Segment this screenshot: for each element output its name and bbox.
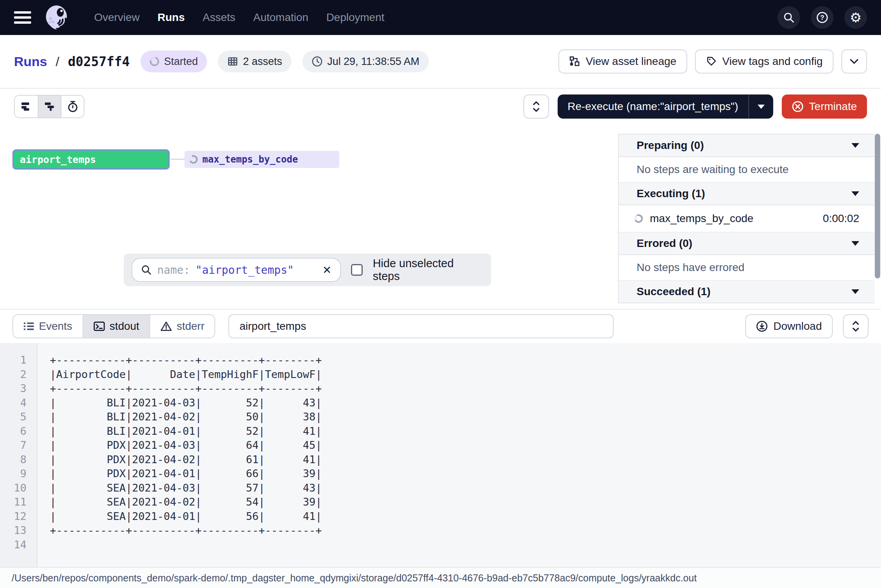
executing-step-row[interactable]: max_temps_by_code 0:00:02	[619, 205, 875, 233]
log-line: | SEA|2021-04-02| 54| 39|	[50, 495, 322, 509]
log-type-tabs: Events stdout stderr	[12, 314, 215, 338]
log-line: | SEA|2021-04-01| 56| 41|	[50, 509, 322, 524]
hide-unselected-checkbox[interactable]	[351, 264, 363, 276]
hide-unselected-label[interactable]: Hide unselected steps	[373, 257, 483, 283]
clock-icon	[312, 56, 323, 67]
succeeded-title: Succeeded (1)	[637, 285, 711, 298]
log-line-number: 7	[0, 438, 26, 453]
timestamp-label: Jul 29, 11:38:55 AM	[327, 56, 419, 68]
log-line: |AirportCode| Date|TempHighF|TempLowF|	[50, 368, 322, 382]
assets-count-label: 2 assets	[243, 56, 282, 68]
panel-section-preparing[interactable]: Preparing (0)	[619, 135, 875, 157]
executing-title: Executing (1)	[637, 187, 705, 200]
step-node-airport-temps[interactable]: airport_temps	[12, 149, 170, 170]
step-filter-input[interactable]: name: "airport_temps" ✕	[132, 258, 341, 282]
breadcrumb-separator: /	[56, 54, 59, 69]
log-line: | SEA|2021-04-03| 57| 43|	[50, 481, 322, 495]
primary-nav: Overview Runs Assets Automation Deployme…	[94, 11, 384, 24]
panel-section-succeeded[interactable]: Succeeded (1)	[619, 281, 875, 303]
view-asset-lineage-button[interactable]: View asset lineage	[558, 49, 687, 74]
log-line-number: 12	[0, 509, 26, 524]
search-icon	[141, 264, 152, 275]
nav-deployment[interactable]: Deployment	[326, 11, 384, 24]
app-root: Overview Runs Assets Automation Deployme…	[0, 0, 881, 588]
log-line-number: 2	[0, 368, 26, 382]
log-line	[50, 538, 322, 552]
view-tags-config-button[interactable]: View tags and config	[695, 49, 834, 74]
help-icon[interactable]: ?	[811, 6, 834, 29]
run-toolbar: Re-execute (name:"airport_temps") Termin…	[0, 89, 881, 124]
download-label: Download	[773, 320, 822, 332]
more-run-actions-button[interactable]	[841, 49, 867, 74]
structured-logs-icon	[23, 321, 34, 331]
log-expander-button[interactable]	[843, 314, 869, 338]
executing-spinner-icon	[633, 213, 644, 224]
reexecute-dropdown-button[interactable]	[748, 94, 773, 119]
log-line-number: 1	[0, 353, 26, 368]
timestamp-badge: Jul 29, 11:38:55 AM	[302, 51, 429, 72]
executing-step-name: max_temps_by_code	[650, 212, 753, 225]
grid-icon	[227, 56, 238, 67]
terminate-button[interactable]: Terminate	[782, 94, 867, 119]
menu-icon[interactable]	[14, 10, 33, 25]
flat-gantt-icon	[21, 101, 32, 112]
view-timing-button[interactable]	[61, 96, 84, 117]
log-line: | PDX|2021-04-02| 61| 41|	[50, 453, 322, 467]
status-label: Started	[164, 56, 198, 68]
chevron-down-icon	[850, 59, 858, 64]
nav-runs[interactable]: Runs	[158, 11, 185, 24]
step-filter-bar: name: "airport_temps" ✕ Hide unselected …	[124, 254, 491, 286]
log-line: | BLI|2021-04-02| 50| 38|	[50, 410, 322, 424]
log-line: | PDX|2021-04-03| 64| 45|	[50, 438, 322, 453]
view-waterfall-gantt-button[interactable]	[38, 96, 61, 117]
run-steps-panel: Preparing (0) No steps are waiting to ex…	[618, 134, 875, 303]
log-line: | BLI|2021-04-01| 52| 41|	[50, 424, 322, 439]
nav-actions: ? ⚙	[777, 6, 867, 29]
reexecute-button[interactable]: Re-execute (name:"airport_temps")	[558, 100, 749, 113]
view-tags-config-label: View tags and config	[722, 55, 823, 68]
clear-filter-icon[interactable]: ✕	[322, 264, 331, 276]
nav-overview[interactable]: Overview	[94, 11, 140, 24]
log-line-number: 14	[0, 538, 26, 552]
up-down-chevrons-icon	[532, 101, 540, 112]
tag-icon	[706, 56, 717, 67]
status-badge: Started	[140, 51, 207, 72]
assets-badge[interactable]: 2 assets	[218, 51, 291, 72]
up-down-chevrons-icon	[852, 321, 860, 332]
warning-triangle-icon	[160, 321, 172, 332]
filter-prefix: name:	[157, 264, 190, 276]
tab-events[interactable]: Events	[13, 315, 82, 338]
log-line: +-----------+----------+---------+------…	[50, 523, 322, 538]
filter-query: "airport_temps"	[195, 264, 294, 276]
toolbar-actions: Re-execute (name:"airport_temps") Termin…	[523, 94, 867, 119]
log-line-number: 6	[0, 424, 26, 439]
step-node-max-temps-by-code[interactable]: max_temps_by_code	[184, 151, 339, 168]
log-step-filter-input[interactable]	[228, 314, 614, 338]
terminal-icon	[93, 321, 105, 332]
settings-gear-icon[interactable]: ⚙	[844, 6, 867, 29]
log-line: | BLI|2021-04-03| 52| 43|	[50, 396, 322, 410]
log-line-number: 8	[0, 453, 26, 467]
log-path-footer: /Users/ben/repos/components_demo/spark-d…	[0, 567, 881, 588]
log-gutter: 1234567891011121314	[0, 343, 37, 567]
panel-section-errored[interactable]: Errored (0)	[619, 233, 875, 255]
zoom-expander-button[interactable]	[523, 94, 549, 119]
nav-assets[interactable]: Assets	[203, 11, 235, 24]
tab-stderr-label: stderr	[177, 320, 205, 332]
stdout-log-viewer[interactable]: 1234567891011121314 +-----------+-------…	[0, 343, 881, 567]
tab-stdout-label: stdout	[110, 320, 139, 332]
tab-stdout[interactable]: stdout	[82, 315, 149, 338]
preparing-empty-text: No steps are waiting to execute	[619, 157, 875, 183]
dagster-logo-icon[interactable]	[44, 4, 71, 31]
caret-down-icon	[758, 105, 765, 109]
nav-automation[interactable]: Automation	[253, 11, 309, 24]
log-line-number: 9	[0, 467, 26, 481]
breadcrumb-runs-link[interactable]: Runs	[14, 54, 47, 69]
download-button[interactable]: Download	[745, 314, 833, 338]
panel-scrollbar[interactable]	[875, 134, 880, 278]
log-line-number: 4	[0, 396, 26, 410]
tab-stderr[interactable]: stderr	[149, 315, 215, 338]
view-flat-gantt-button[interactable]	[15, 96, 38, 117]
search-icon[interactable]	[777, 6, 800, 29]
panel-section-executing[interactable]: Executing (1)	[619, 183, 875, 205]
